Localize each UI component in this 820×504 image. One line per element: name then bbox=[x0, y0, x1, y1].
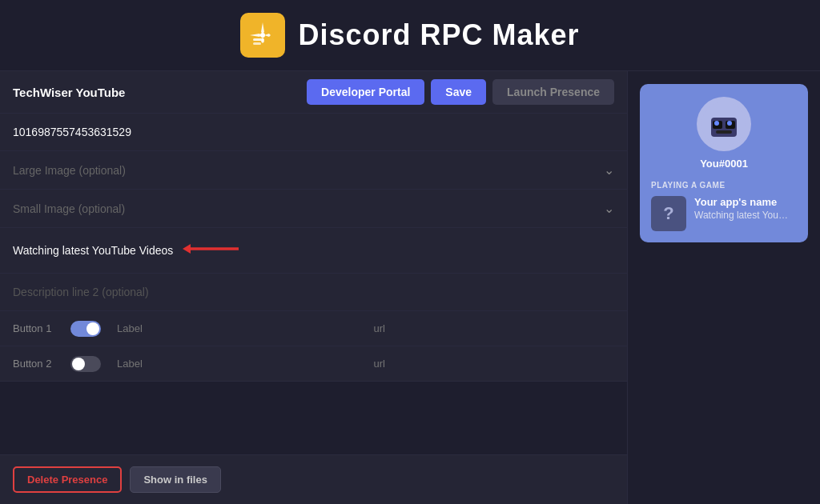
svg-point-13 bbox=[714, 121, 719, 126]
game-name: Your app's name bbox=[694, 196, 797, 208]
question-mark-icon: ? bbox=[663, 203, 673, 224]
description-line2-input[interactable] bbox=[13, 286, 614, 298]
launch-presence-button[interactable]: Launch Presence bbox=[492, 79, 614, 105]
app-id-input[interactable] bbox=[13, 126, 614, 138]
app-logo-icon bbox=[240, 13, 285, 58]
header: Discord RPC Maker bbox=[0, 0, 820, 71]
app-id-row bbox=[0, 114, 627, 151]
button1-row: Button 1 bbox=[0, 311, 627, 346]
svg-marker-8 bbox=[183, 244, 191, 254]
button2-label-input[interactable] bbox=[111, 354, 358, 373]
large-image-chevron-icon: ⌄ bbox=[604, 162, 614, 178]
playing-label: PLAYING A GAME bbox=[651, 181, 797, 190]
svg-rect-6 bbox=[253, 42, 261, 45]
bottom-bar: Delete Presence Show in files bbox=[0, 454, 627, 504]
left-panel: TechWiser YouTube Developer Portal Save … bbox=[0, 71, 628, 504]
right-panel: You#0001 PLAYING A GAME ? Your app's nam… bbox=[628, 71, 820, 504]
button2-label: Button 2 bbox=[13, 358, 61, 370]
button1-toggle[interactable] bbox=[70, 321, 101, 337]
button1-url-input[interactable] bbox=[368, 319, 615, 338]
toolbar: TechWiser YouTube Developer Portal Save … bbox=[0, 71, 627, 114]
discord-username: You#0001 bbox=[700, 158, 748, 170]
button2-url-input[interactable] bbox=[368, 354, 615, 373]
form-section: Large Image (optional) ⌄ Small Image (op… bbox=[0, 114, 627, 454]
app-container: Discord RPC Maker TechWiser YouTube Deve… bbox=[0, 0, 820, 504]
discord-preview: You#0001 PLAYING A GAME ? Your app's nam… bbox=[640, 84, 808, 242]
svg-point-4 bbox=[260, 33, 265, 38]
logo-svg bbox=[248, 21, 277, 50]
large-image-label: Large Image (optional) bbox=[13, 164, 126, 177]
svg-marker-0 bbox=[261, 22, 264, 34]
game-info: Your app's name Watching latest YouT... bbox=[694, 196, 797, 221]
svg-rect-5 bbox=[253, 38, 264, 41]
avatar bbox=[697, 97, 751, 151]
description-line1-row: Watching latest YouTube Videos bbox=[0, 228, 627, 274]
small-image-row[interactable]: Small Image (optional) ⌄ bbox=[0, 190, 627, 228]
presence-name: TechWiser YouTube bbox=[13, 86, 125, 99]
delete-presence-button[interactable]: Delete Presence bbox=[13, 466, 122, 493]
button1-label: Button 1 bbox=[13, 322, 61, 334]
svg-point-14 bbox=[727, 121, 732, 126]
toolbar-buttons: Developer Portal Save Launch Presence bbox=[307, 79, 614, 105]
main-content: TechWiser YouTube Developer Portal Save … bbox=[0, 71, 820, 504]
svg-marker-3 bbox=[264, 34, 271, 37]
svg-rect-15 bbox=[716, 130, 732, 134]
large-image-row[interactable]: Large Image (optional) ⌄ bbox=[0, 151, 627, 190]
developer-portal-button[interactable]: Developer Portal bbox=[307, 79, 424, 105]
button1-label-input[interactable] bbox=[111, 319, 358, 338]
header-logo: Discord RPC Maker bbox=[240, 13, 579, 58]
description-line1-value: Watching latest YouTube Videos bbox=[13, 244, 173, 257]
game-icon: ? bbox=[651, 196, 686, 231]
game-row: ? Your app's name Watching latest YouT..… bbox=[651, 196, 797, 231]
app-title: Discord RPC Maker bbox=[298, 18, 579, 52]
show-files-button[interactable]: Show in files bbox=[130, 466, 220, 493]
description-line2-row bbox=[0, 274, 627, 311]
arrow-indicator-icon bbox=[183, 239, 247, 262]
small-image-chevron-icon: ⌄ bbox=[604, 201, 614, 216]
user-avatar-area: You#0001 bbox=[651, 97, 797, 170]
save-button[interactable]: Save bbox=[431, 79, 486, 105]
button2-row: Button 2 bbox=[0, 346, 627, 382]
svg-marker-2 bbox=[250, 34, 261, 37]
button2-toggle[interactable] bbox=[70, 356, 101, 372]
small-image-label: Small Image (optional) bbox=[13, 202, 125, 215]
game-description: Watching latest YouT... bbox=[694, 210, 790, 221]
